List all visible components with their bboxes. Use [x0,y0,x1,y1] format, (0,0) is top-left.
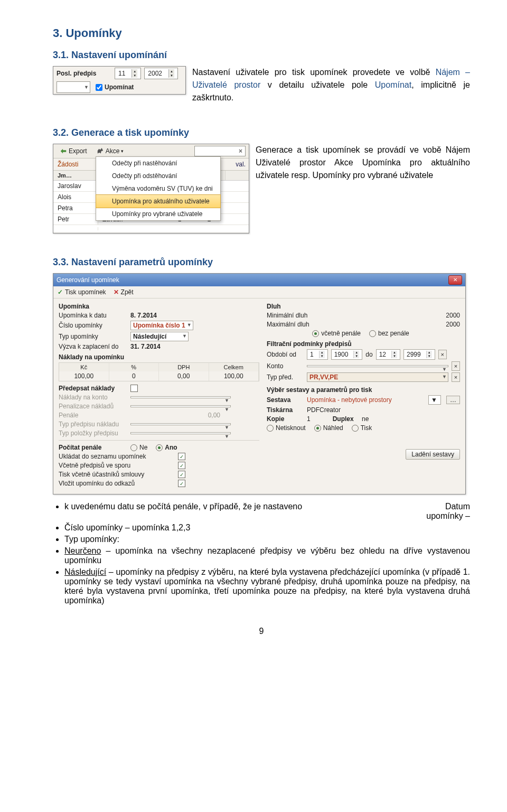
menu-item[interactable]: Výměna vodoměru SV (TUV) ke dni [96,182,220,195]
obdobi-do-m[interactable]: 12▲▼ [376,349,400,360]
paragraph-31: Nastavení uživatele pro tisk upomínek pr… [192,66,470,104]
screenshot-akce-menu: Export Akce ▾ × Žádosti val. [53,144,249,234]
obdobi-od-y[interactable]: 1900▲▼ [331,349,363,360]
heading-32: 3.2. Generace a tisk upomínky [53,127,470,138]
year-spinner[interactable]: 2002 ▲▼ [144,68,178,79]
tisk-upominek-button[interactable]: ✓ Tisk upomínek [58,288,106,296]
ladeni-sestavy-button[interactable]: Ladění sestavy [406,449,460,460]
menu-item[interactable]: Odečty při odstěhování [96,170,220,182]
screenshot-generovani-upominek: Generování upomínek ✕ ✓ Tisk upomínek ✕ … [53,273,470,494]
upominat-checkbox[interactable] [96,84,102,91]
ukladat-checkbox[interactable]: ✓ [178,453,185,460]
month-spinner[interactable]: 11 ▲▼ [115,68,141,79]
bullet-list: k uvedenému datu se počítá penále, v pří… [64,502,470,605]
close-icon[interactable]: ✕ [448,275,462,285]
window-title: Generování upomínek [57,276,119,284]
table-row[interactable]: Jaroslav [53,181,98,191]
group-upominka: Upomínka [59,303,259,310]
pocitat-ne-radio[interactable]: Ne [130,444,147,451]
search-input[interactable] [195,146,236,156]
typ-pred-combo[interactable]: PR,VV,PE▼ [307,372,448,382]
menu-item-highlighted[interactable]: Upomínka pro aktuálního uživatele [96,194,221,208]
table-row[interactable]: Alois [53,192,98,202]
sestava-browse-button[interactable]: … [446,396,460,404]
page-number: 9 [53,627,470,636]
zpet-button[interactable]: ✕ Zpět [114,288,134,296]
typ-polozky-combo[interactable]: ▼ [130,432,231,434]
empty-combo[interactable]: ▼ [57,81,90,93]
konto-combo[interactable]: ▼ [307,365,448,367]
obdobi-clear-icon[interactable]: × [438,350,447,359]
obdobi-od-m[interactable]: 1▲▼ [307,349,328,360]
heading-31: 3.1. Nastavení upomínání [53,50,470,61]
tab-val[interactable]: val. [236,161,246,170]
menu-item[interactable]: Odečty při nastěhování [96,157,220,170]
naklady-konto-combo[interactable]: ▼ [130,396,231,398]
upominat-label: Upomínat [105,83,134,91]
penalizace-combo[interactable]: ▼ [130,405,231,407]
bez-penale-radio[interactable]: bez penále [369,330,409,337]
heading-upominky: 3. Upomínky [53,26,470,40]
menu-item[interactable]: Upomínky pro vybrané uživatele [96,208,220,220]
upominka-k-datu-value: 8. 7.2014 [130,312,157,319]
posl-predpis-label: Posl. předpis [57,70,115,77]
vcetne-sporu-checkbox[interactable]: ✓ [178,462,185,469]
heading-33: 3.3. Nastavení parametrů upomínky [53,257,470,268]
nahled-radio[interactable]: Náhled [314,424,343,432]
cislo-upominky-combo[interactable]: Upomínka číslo 1▼ [130,321,193,330]
akce-button[interactable]: Akce ▾ [93,146,127,156]
table-row[interactable]: Petr [53,214,98,225]
vcetne-penale-radio[interactable]: včetně penále [312,330,361,337]
predepsat-checkbox[interactable] [130,385,138,392]
grid-header-name[interactable]: Jm… [53,171,98,180]
netisknout-radio[interactable]: Netisknout [267,424,306,432]
pocitat-ano-radio[interactable]: Ano [156,444,177,451]
clear-search-icon[interactable]: × [236,147,245,155]
search-box[interactable]: × [194,146,246,156]
table-row[interactable]: Petra [53,203,98,213]
tisk-vcetne-checkbox[interactable]: ✓ [178,471,185,478]
konto-clear-icon[interactable]: × [452,361,460,371]
obdobi-do-y[interactable]: 2999▲▼ [403,349,435,360]
screenshot-user-settings: Posl. předpis 11 ▲▼ 2002 ▲▼ ▼ Upomínat [53,66,186,106]
typ-predpisu-combo[interactable]: ▼ [130,423,231,425]
tisk-radio[interactable]: Tisk [352,424,372,432]
vyzva-value: 31. 7.2014 [130,343,161,350]
typ-pred-clear-icon[interactable]: × [452,372,460,382]
export-button[interactable]: Export [57,146,90,156]
paragraph-32: Generace a tisk upomínek se provádí ve v… [256,144,470,182]
sestava-dropdown[interactable]: ▼ [428,395,441,405]
typ-upominky-combo[interactable]: Následující▼ [130,332,189,341]
tab-zadosti[interactable]: Žádosti [58,161,78,170]
vlozit-odkazu-checkbox[interactable]: ✓ [178,480,185,487]
